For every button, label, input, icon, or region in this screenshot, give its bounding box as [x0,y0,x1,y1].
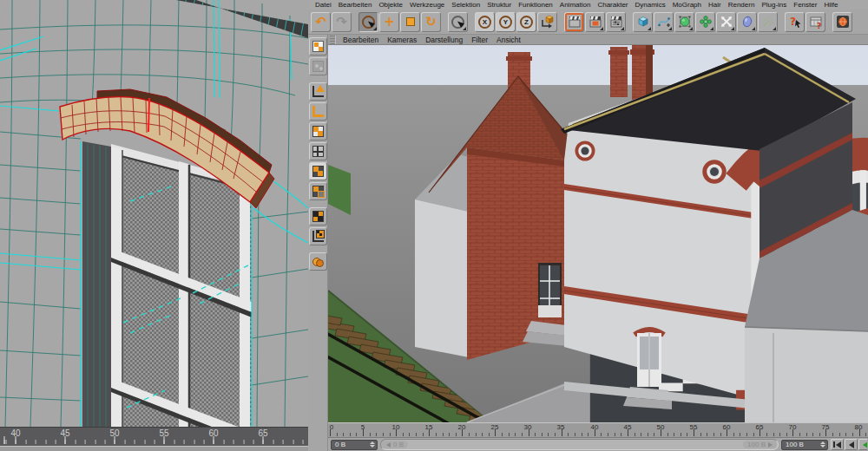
texture-mode-icon [312,211,324,222]
playback-controls [831,439,867,450]
coordinate-system-icon [541,15,555,29]
viewport-menubar: Bearbeiten Kameras Darstellung Filter An… [328,35,868,45]
current-frame-value: 0 B [335,441,369,448]
menu-hilfe[interactable]: Hilfe [820,1,841,9]
last-tool-button[interactable] [448,12,468,32]
selection-filter-button[interactable] [309,252,327,271]
polygon-edit-mode-button[interactable] [309,182,327,200]
polygon-mode-icon [312,166,324,177]
context-help-icon: ? [788,15,802,29]
menu-animation[interactable]: Animation [556,1,595,9]
menu-bearbeiten[interactable]: Bearbeiten [335,1,376,9]
redo-icon: ↷ [336,16,347,29]
scale-icon [406,17,415,26]
context-help-button[interactable]: ? [785,12,805,32]
add-environment-button[interactable] [737,12,757,32]
undo-button[interactable]: ↶ [311,12,331,32]
previous-frame-button[interactable] [845,439,858,450]
render-view-button[interactable] [564,12,584,32]
menu-plugins[interactable]: Plug-ins [758,1,790,9]
perspective-viewport[interactable] [328,45,868,422]
manual-icon: ? [809,15,823,29]
viewport-menu-bearbeiten[interactable]: Bearbeiten [339,36,383,44]
left-viewport[interactable]: 40 45 50 55 60 65 [0,0,308,451]
play-backward-button[interactable] [858,439,867,450]
manual-button[interactable]: ? [806,12,825,32]
redo-button[interactable]: ↷ [332,12,352,32]
range-start-value: 0 B [393,441,404,448]
menu-dynamics[interactable]: Dynamics [632,1,669,9]
menu-rendern[interactable]: Rendern [725,1,759,9]
menu-datei[interactable]: Datei [312,1,335,9]
rotate-button[interactable]: ↻ [421,12,441,32]
menu-fenster[interactable]: Fenster [790,1,820,9]
online-updater-button[interactable] [832,12,852,32]
viewport-menu-kameras[interactable]: Kameras [383,36,421,44]
render-picture-viewer-button[interactable] [585,12,605,32]
make-editable-button[interactable] [309,37,327,56]
menu-hair[interactable]: Hair [705,1,725,9]
texture-axis-mode-icon [312,231,324,242]
timeline-ruler[interactable]: 0 5 10 15 20 25 30 35 40 45 50 55 60 65 … [328,422,868,438]
range-end-grip[interactable]: 100 B [743,441,777,448]
range-start-grip[interactable]: 0 B [382,441,408,448]
live-selection-button[interactable] [358,12,378,32]
frame-spinner[interactable] [369,441,375,449]
menu-funktionen[interactable]: Funktionen [515,1,556,9]
viewport-menu-ansicht[interactable]: Ansicht [492,36,525,44]
render-settings-button[interactable] [606,12,626,32]
viewport-menu-darstellung[interactable]: Darstellung [421,36,467,44]
go-to-start-icon [833,441,835,448]
edge-mode-button[interactable] [309,142,327,160]
range-end-value: 100 B [747,441,766,448]
add-nurbs-button[interactable] [674,12,694,32]
render-view-icon [568,15,582,29]
add-primitive-button[interactable] [633,12,653,32]
scale-button[interactable] [400,12,420,32]
lock-z-icon: Z [520,16,533,29]
viewport-menu-filter[interactable]: Filter [467,36,492,44]
move-icon: + [384,16,395,29]
selection-filter-icon [312,256,324,267]
add-spline-button[interactable] [654,12,674,32]
texture-mode-button[interactable] [309,207,327,226]
make-editable-icon [312,41,324,52]
rotate-icon: ↻ [425,16,437,29]
edge-mode-icon [312,146,324,157]
object-axis-mode-button[interactable] [309,102,327,121]
go-to-start-button[interactable] [831,439,844,450]
current-frame-field[interactable]: 0 B [331,440,378,450]
transport-bar: 0 B 0 B 100 B 100 B [328,438,868,451]
left-viewport-canvas[interactable] [0,0,308,427]
left-ruler: 40 45 50 55 60 65 [0,427,308,446]
mode-palette [308,35,328,451]
lock-y-icon: Y [499,16,512,29]
coordinate-system-button[interactable] [537,12,557,32]
lock-y-axis-button[interactable]: Y [496,12,516,32]
end-frame-spinner[interactable] [819,441,825,449]
end-frame-field[interactable]: 100 B [781,440,828,450]
disabled-tool-icon [312,61,324,72]
add-deformer-button[interactable] [716,12,736,32]
menu-werkzeuge[interactable]: Werkzeuge [406,1,448,9]
polygon-mode-button[interactable] [309,162,327,180]
add-modeling-object-button[interactable] [695,12,715,32]
point-mode-button[interactable] [309,122,327,141]
menu-mograph[interactable]: MoGraph [669,1,705,9]
timeline-major-ticks [328,429,868,436]
viewport-grip[interactable] [330,36,336,44]
menu-objekte[interactable]: Objekte [375,1,406,9]
menu-struktur[interactable]: Struktur [483,1,515,9]
texture-axis-mode-button[interactable] [309,227,327,245]
svg-text:?: ? [790,16,796,28]
add-particles-button[interactable] [758,12,778,32]
lock-z-axis-button[interactable]: Z [516,12,536,32]
menu-selektion[interactable]: Selektion [448,1,483,9]
menu-charakter[interactable]: Charakter [594,1,631,9]
model-mode-button[interactable] [309,82,327,101]
timeline-range-slider[interactable]: 0 B 100 B [380,439,779,450]
point-mode-icon [312,126,324,137]
oculus-window [705,162,724,181]
move-button[interactable]: + [379,12,399,32]
lock-x-axis-button[interactable]: X [475,12,495,32]
